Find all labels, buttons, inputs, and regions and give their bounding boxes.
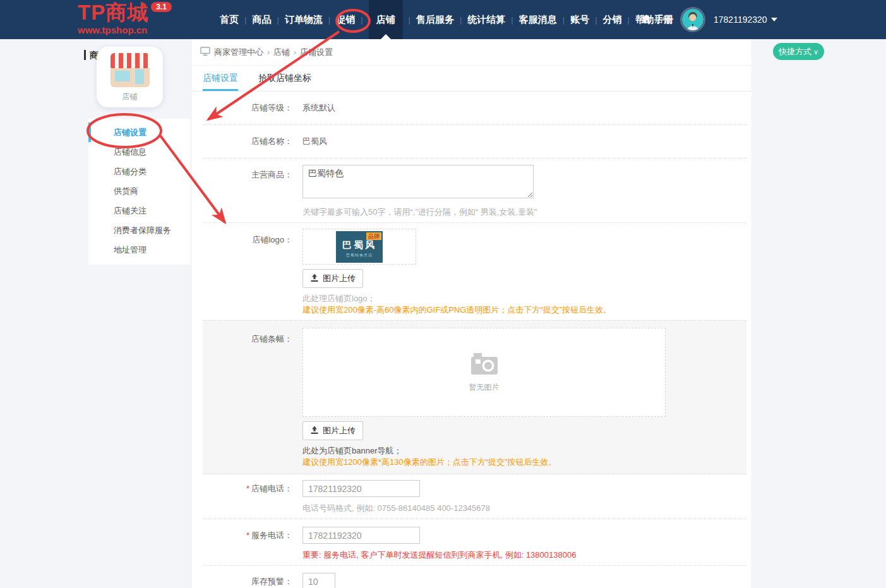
store-banner-label: 店铺条幅： [203, 328, 302, 467]
banner-hint-1: 此处为店铺页banner导航； [302, 446, 666, 456]
stock-warning-input[interactable] [302, 573, 335, 588]
banner-hint-2: 建议使用宽1200像素*高130像素的图片；点击下方“提交”按钮后生效。 [302, 457, 666, 467]
store-settings-form: 店铺等级： 系统默认 店铺名称： 巴蜀风 主营商品： 巴蜀特色 关键字最多可输入… [203, 92, 746, 588]
main-products-input[interactable]: 巴蜀特色 [302, 165, 534, 198]
account-dropdown[interactable]: 17821192320 [714, 15, 777, 25]
upload-icon [310, 273, 319, 284]
chevron-down-icon [771, 18, 777, 21]
logo-brand-badge: 品牌 [366, 232, 381, 240]
breadcrumb-item-1[interactable]: 店铺 [273, 47, 290, 58]
tab-store-settings[interactable]: 店铺设置 [203, 66, 238, 91]
required-mark: * [246, 531, 249, 540]
logo-upload-label: 图片上传 [323, 273, 356, 284]
store-logo-caption: 店铺 [97, 92, 163, 102]
logo-upload-button[interactable]: 图片上传 [302, 269, 363, 288]
nav-item-8[interactable]: 账号 [570, 0, 589, 39]
brand-logo: TP商城3.1 www.tpshop.cn [78, 2, 172, 35]
store-logo-card: 店铺 [97, 47, 163, 107]
row-store-name: 店铺名称： 巴蜀风 [203, 125, 746, 159]
sidebar-item-5[interactable]: 消费者保障服务 [88, 220, 191, 240]
navbar-right: 店铺 17821192320 [642, 0, 777, 39]
nav-separator: | [361, 15, 362, 25]
store-logo-image: 品牌 巴蜀风 巴蜀特色生活 [336, 231, 383, 263]
row-store-level: 店铺等级： 系统默认 [203, 92, 746, 125]
sidebar-item-6[interactable]: 地址管理 [88, 240, 191, 260]
top-navbar: TP商城3.1 www.tpshop.cn 首页|商品|订单物流|促销|店铺|售… [0, 0, 886, 39]
main-panel: 商家管理中心 › 店铺 › 店铺设置 店铺设置 拾取店铺坐标 店铺等级： 系统默… [191, 39, 751, 588]
nav-item-0[interactable]: 首页 [220, 0, 239, 39]
navbar-store-label: 店铺 [654, 14, 672, 25]
nav-separator: | [244, 15, 246, 25]
no-image-text: 暂无图片 [469, 382, 500, 393]
row-store-logo: 店铺logo： 品牌 巴蜀风 巴蜀特色生活 图片上传 [203, 223, 746, 321]
nav-item-1[interactable]: 商品 [252, 0, 271, 39]
nav-separator: | [277, 15, 278, 25]
account-phone: 17821192320 [714, 15, 767, 25]
logo-hint-2: 建议使用宽200像素-高60像素内的GIF或PNG透明图片；点击下方“提交”按钮… [302, 305, 611, 315]
row-stock-warning: 库存预警： 库存少于预警数则报警提示 [203, 566, 746, 588]
nav-separator: | [563, 15, 565, 25]
service-phone-hint: 重要: 服务电话, 客户下单时发送提醒短信到到商家手机, 例如: 1380013… [302, 550, 576, 560]
sidebar-item-4[interactable]: 店铺关注 [88, 201, 191, 220]
home-icon [642, 15, 651, 25]
nav-separator: | [409, 15, 410, 25]
avatar[interactable] [682, 9, 703, 30]
breadcrumb: 商家管理中心 › 店铺 › 店铺设置 [191, 39, 751, 66]
tab-pick-coordinates[interactable]: 拾取店铺坐标 [258, 66, 311, 91]
breadcrumb-separator: › [294, 48, 296, 57]
store-banner-preview[interactable]: 暂无图片 [302, 328, 666, 417]
main-products-label: 主营商品： [203, 165, 302, 217]
nav-separator: | [595, 15, 597, 25]
nav-menu: 首页|商品|订单物流|促销|店铺|售后服务|统计结算|客服消息|账号|分销|帮助… [220, 0, 673, 39]
nav-item-9[interactable]: 分销 [603, 0, 622, 39]
sidebar-menu: 店铺设置店铺信息店铺分类供货商店铺关注消费者保障服务地址管理 [88, 119, 191, 265]
nav-item-7[interactable]: 客服消息 [519, 0, 557, 39]
sidebar-item-3[interactable]: 供货商 [88, 181, 191, 201]
monitor-icon [200, 47, 210, 58]
nav-item-5[interactable]: 售后服务 [416, 0, 454, 39]
main-products-hint: 关键字最多可输入50字，请用“,”进行分隔，例如“ 男装,女装,童装” [302, 207, 537, 217]
row-service-phone: *服务电话： 重要: 服务电话, 客户下单时发送提醒短信到到商家手机, 例如: … [203, 519, 746, 566]
store-level-label: 店铺等级： [203, 99, 302, 117]
logo-hint-1: 此处理店铺页logo； [302, 294, 611, 304]
upload-icon [310, 426, 319, 436]
brand-version-badge: 3.1 [151, 2, 172, 12]
brand-url: www.tpshop.cn [78, 25, 172, 35]
storefront-icon [111, 53, 150, 87]
tab-bar: 店铺设置 拾取店铺坐标 [191, 66, 751, 92]
stock-warning-label: 库存预警： [203, 573, 302, 588]
banner-upload-button[interactable]: 图片上传 [302, 421, 363, 440]
chevron-down-icon: ∨ [813, 48, 818, 56]
nav-item-6[interactable]: 统计结算 [467, 0, 505, 39]
service-phone-input[interactable] [302, 527, 420, 544]
navbar-store-link[interactable]: 店铺 [642, 14, 672, 25]
nav-item-4[interactable]: 店铺 [369, 0, 403, 39]
store-logo-label: 店铺logo： [203, 229, 302, 315]
store-phone-input[interactable] [302, 480, 420, 497]
logo-subtitle: 巴蜀特色生活 [336, 253, 383, 258]
sidebar-item-2[interactable]: 店铺分类 [88, 162, 191, 181]
breadcrumb-item-2: 店铺设置 [300, 47, 333, 58]
nav-separator: | [628, 15, 630, 25]
nav-separator: | [460, 15, 462, 25]
nav-separator: | [328, 15, 330, 25]
nav-item-2[interactable]: 订单物流 [285, 0, 323, 39]
row-store-banner: 店铺条幅： 暂无图片 [203, 321, 746, 474]
store-logo-preview[interactable]: 品牌 巴蜀风 巴蜀特色生活 [302, 229, 416, 265]
nav-separator: | [511, 15, 513, 25]
breadcrumb-separator: › [267, 48, 270, 57]
sidebar-item-1[interactable]: 店铺信息 [88, 142, 191, 162]
store-phone-hint: 电话号码格式, 例如: 0755-86140485 400-12345678 [302, 503, 490, 513]
store-name-label: 店铺名称： [203, 133, 302, 150]
nav-item-3[interactable]: 促销 [336, 0, 355, 39]
service-phone-label: *服务电话： [203, 527, 302, 560]
row-store-phone: *店铺电话： 电话号码格式, 例如: 0755-86140485 400-123… [203, 474, 746, 519]
store-name-value: 巴蜀风 [302, 133, 327, 150]
required-mark: * [246, 484, 249, 493]
breadcrumb-item-0[interactable]: 商家管理中心 [214, 47, 263, 58]
store-phone-label: *店铺电话： [203, 480, 302, 513]
quick-access-label: 快捷方式 [779, 47, 811, 56]
quick-access-button[interactable]: 快捷方式∨ [773, 43, 824, 60]
sidebar-item-0[interactable]: 店铺设置 [88, 123, 191, 142]
row-main-products: 主营商品： 巴蜀特色 关键字最多可输入50字，请用“,”进行分隔，例如“ 男装,… [203, 159, 746, 223]
